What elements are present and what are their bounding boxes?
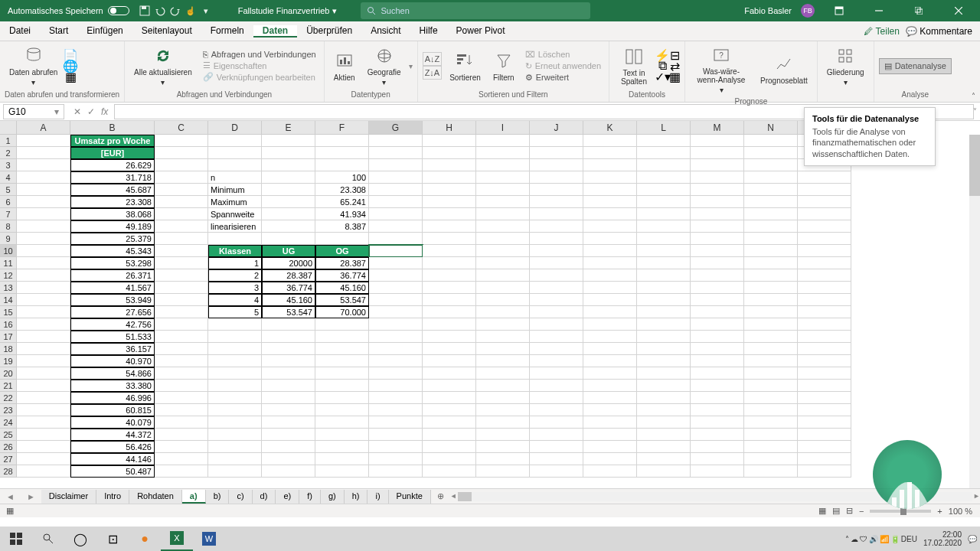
cell[interactable] <box>583 233 637 245</box>
cell[interactable]: 44.372 <box>70 429 155 441</box>
cell[interactable] <box>155 294 208 306</box>
word-taskbar-icon[interactable]: W <box>193 527 225 551</box>
cell[interactable] <box>691 135 744 147</box>
cell[interactable] <box>476 269 530 282</box>
cell[interactable] <box>423 367 476 380</box>
zoom-slider[interactable] <box>870 510 931 513</box>
cell[interactable]: linearisieren <box>208 220 262 233</box>
cell[interactable] <box>744 404 798 416</box>
tray-icon[interactable]: ˄ <box>845 535 849 543</box>
cell[interactable] <box>691 318 744 331</box>
row-header[interactable]: 24 <box>0 416 17 429</box>
cell[interactable] <box>744 355 798 367</box>
cell[interactable] <box>208 380 262 392</box>
cell[interactable] <box>155 343 208 355</box>
cell[interactable] <box>637 257 691 269</box>
cell[interactable] <box>423 416 476 429</box>
sheet-tab[interactable]: Punkte <box>389 490 431 504</box>
cell[interactable] <box>637 331 691 343</box>
cell[interactable] <box>17 453 70 465</box>
cell[interactable] <box>423 147 476 159</box>
cell[interactable] <box>583 392 637 404</box>
cell[interactable] <box>583 331 637 343</box>
comments-button[interactable]: 💬 Kommentare <box>906 26 972 37</box>
cell[interactable] <box>530 380 583 392</box>
cell[interactable]: 56.426 <box>70 441 155 453</box>
cell[interactable] <box>691 465 744 478</box>
cell[interactable] <box>530 171 583 184</box>
cell[interactable] <box>17 441 70 453</box>
cell[interactable] <box>637 171 691 184</box>
cell[interactable] <box>637 282 691 294</box>
reapply-button[interactable]: ↻Erneut anwenden <box>522 60 604 72</box>
cell[interactable] <box>476 416 530 429</box>
cell[interactable] <box>691 184 744 196</box>
cell[interactable] <box>369 196 423 208</box>
cell[interactable] <box>583 171 637 184</box>
cell[interactable]: 100 <box>315 171 369 184</box>
cell[interactable] <box>744 257 798 269</box>
minimize-button[interactable] <box>864 0 894 21</box>
cell[interactable] <box>423 306 476 318</box>
undo-icon[interactable] <box>152 3 168 18</box>
cell[interactable]: 28.387 <box>262 269 315 282</box>
zoom-level[interactable]: 100 % <box>949 507 972 516</box>
cell[interactable]: 41.934 <box>315 208 369 220</box>
column-header[interactable]: I <box>476 121 530 135</box>
cell[interactable] <box>583 220 637 233</box>
column-header[interactable]: N <box>744 121 798 135</box>
cell[interactable] <box>583 429 637 441</box>
cell[interactable] <box>798 367 851 380</box>
cell[interactable] <box>17 171 70 184</box>
network-icon[interactable]: 📶 <box>880 535 889 543</box>
cell[interactable] <box>798 269 851 282</box>
cell[interactable] <box>155 306 208 318</box>
row-header[interactable]: 19 <box>0 355 17 367</box>
cell[interactable] <box>476 233 530 245</box>
cell[interactable]: 36.774 <box>315 269 369 282</box>
cell[interactable] <box>691 147 744 159</box>
cell[interactable]: 45.343 <box>70 245 155 257</box>
cell[interactable] <box>744 282 798 294</box>
cell[interactable] <box>208 159 262 171</box>
cell[interactable] <box>583 318 637 331</box>
cell[interactable] <box>369 306 423 318</box>
row-header[interactable]: 26 <box>0 441 17 453</box>
cell[interactable] <box>423 331 476 343</box>
cell[interactable] <box>744 465 798 478</box>
cell[interactable] <box>798 196 851 208</box>
cell[interactable] <box>17 159 70 171</box>
cell[interactable] <box>208 331 262 343</box>
cell[interactable] <box>423 233 476 245</box>
cell[interactable] <box>155 135 208 147</box>
cell[interactable]: 5 <box>208 306 262 318</box>
cell[interactable] <box>369 380 423 392</box>
sheet-tab[interactable]: b) <box>206 490 230 504</box>
cell[interactable]: 40.079 <box>70 416 155 429</box>
row-header[interactable]: 13 <box>0 282 17 294</box>
ribbon-display-icon[interactable] <box>824 0 854 21</box>
cell[interactable] <box>798 343 851 355</box>
add-sheet-button[interactable]: ⊕ <box>431 491 450 501</box>
cell[interactable] <box>798 318 851 331</box>
sheet-nav-prev-icon[interactable]: ◄ <box>0 492 21 501</box>
cell[interactable] <box>476 282 530 294</box>
cell[interactable] <box>369 367 423 380</box>
cell[interactable] <box>744 208 798 220</box>
cell[interactable]: Maximum <box>208 196 262 208</box>
cell[interactable]: 8.387 <box>315 220 369 233</box>
cell[interactable] <box>315 367 369 380</box>
tab-einfügen[interactable]: Einfügen <box>77 25 132 36</box>
cell[interactable]: 23.308 <box>315 184 369 196</box>
cell[interactable] <box>155 159 208 171</box>
cell[interactable] <box>155 429 208 441</box>
cell[interactable] <box>155 331 208 343</box>
forecast-sheet-button[interactable]: Prognoseblatt <box>756 52 812 86</box>
cell[interactable] <box>583 416 637 429</box>
cell[interactable] <box>583 343 637 355</box>
refresh-all-button[interactable]: Alle aktualisieren▾ <box>129 44 197 88</box>
column-header[interactable]: D <box>208 121 262 135</box>
cell[interactable] <box>208 367 262 380</box>
cell[interactable] <box>262 343 315 355</box>
expand-formula-bar-icon[interactable]: ˅ <box>973 107 977 116</box>
